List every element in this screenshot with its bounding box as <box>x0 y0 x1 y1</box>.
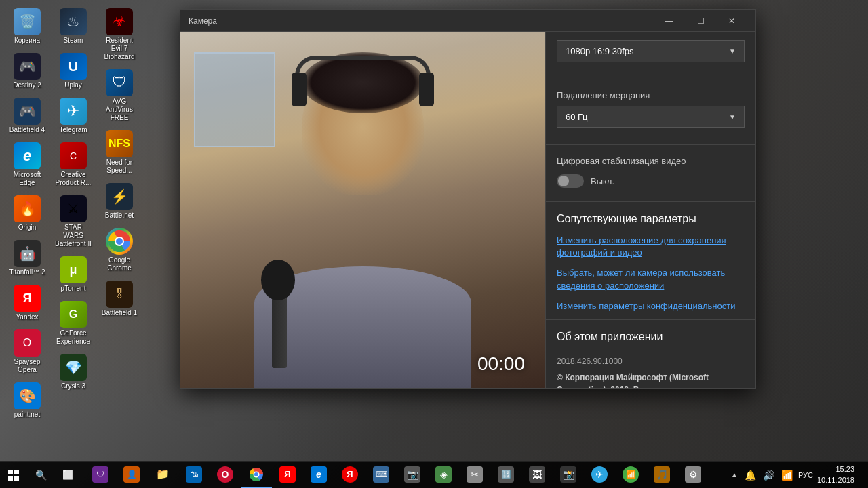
divider-1 <box>546 79 755 79</box>
taskbar-app-app5[interactable]: ◈ <box>428 462 459 489</box>
taskbar-app-opera[interactable]: O <box>210 462 241 489</box>
origin-label: Origin <box>18 224 37 232</box>
uplay-icon: U <box>60 53 87 80</box>
battlenet-icon: ⚡ <box>106 183 133 210</box>
tray-expand-button[interactable]: ▲ <box>730 470 739 480</box>
desktop-icon-resident[interactable]: ☣ Resident Evil 7 Biohazard <box>98 5 141 64</box>
taskbar-app-settings[interactable]: ⚙ <box>677 462 709 489</box>
geforce-icon: G <box>60 301 87 328</box>
desktop-icon-origin[interactable]: 🔥 Origin <box>5 192 49 235</box>
about-copyright: © Корпорация Майкрософт (Microsoft Corpo… <box>557 371 745 388</box>
stabilization-label: Цифровая стабилизация видео <box>557 156 745 166</box>
desktop-icon-edge[interactable]: e Microsoft Edge <box>5 140 49 190</box>
privacy-params-link[interactable]: Изменить параметры конфиденциальности <box>546 296 755 317</box>
desktop-icon-crysis[interactable]: 💎 Crysis 3 <box>52 351 95 393</box>
save-location-link[interactable]: Изменить расположение для сохранения фот… <box>546 230 755 263</box>
taskbar-app-yandex2[interactable]: Я <box>334 462 366 489</box>
taskbar-app-snip[interactable]: ✂ <box>459 462 490 489</box>
stabilization-toggle[interactable] <box>557 174 584 188</box>
desktop-icon-titanfall[interactable]: 🤖 Titanfall™ 2 <box>5 237 49 279</box>
resolution-section: 1080р 16:9 30fps ▼ <box>546 32 755 76</box>
taskbar-app-signal[interactable]: 📶 <box>615 462 646 489</box>
taskbar-app-chrome[interactable] <box>241 462 272 489</box>
desktop-icon-opera[interactable]: O Spaysep Opera <box>5 327 49 377</box>
network-icon[interactable]: 📶 <box>780 468 794 482</box>
divider-4 <box>546 319 755 320</box>
resolution-dropdown[interactable]: 1080р 16:9 30fps ▼ <box>557 40 745 62</box>
desktop-icon-recycle[interactable]: 🗑️ Корзина <box>5 5 49 47</box>
bf1-label: Battlefield 1 <box>102 309 137 317</box>
clock-display[interactable]: 15:23 10.11.2018 <box>817 464 854 485</box>
taskbar-app-camera2[interactable]: 📸 <box>553 462 584 489</box>
related-params-title: Сопутствующие параметры <box>546 205 755 230</box>
taskbar-app-telegram[interactable]: ✈ <box>584 462 615 489</box>
clock-time: 15:23 <box>817 464 854 474</box>
taskbar-app-music[interactable]: 🎵 <box>646 462 677 489</box>
photos-taskbar-icon: 🖼 <box>529 466 545 483</box>
desktop-icon-uplay[interactable]: U Uplay <box>52 50 95 92</box>
desktop-icon-chrome[interactable]: Google Chrome <box>98 225 141 275</box>
camera-window: Камера — ☐ ✕ <box>180 9 756 389</box>
flicker-label: Подавление мерцания <box>557 90 745 100</box>
taskbar-app-edge[interactable]: e <box>303 462 334 489</box>
taskbar-app-calc[interactable]: 🔢 <box>490 462 521 489</box>
resolution-dropdown-arrow: ▼ <box>729 47 736 55</box>
language-indicator[interactable]: РУС <box>798 471 813 479</box>
taskbar-app-antivirus[interactable]: 🛡 <box>85 462 116 489</box>
desktop-icon-battlenet[interactable]: ⚡ Battle.net <box>98 180 141 222</box>
maximize-button[interactable]: ☐ <box>685 10 716 32</box>
geforce-label: GeForce Experience <box>54 329 92 346</box>
taskbar-app-store[interactable]: 🛍 <box>178 462 210 489</box>
opera-icon: O <box>14 329 41 357</box>
opera-label: Spaysep Opera <box>8 358 46 374</box>
bf4-icon: 🎮 <box>14 98 41 125</box>
svg-rect-3 <box>8 470 13 474</box>
flicker-dropdown[interactable]: 60 Гц ▼ <box>557 106 745 128</box>
taskbar-app-explorer[interactable]: 📁 <box>147 462 178 489</box>
desktop-icon-utorrent[interactable]: μ µTorrent <box>52 253 95 296</box>
location-access-link[interactable]: Выбрать, может ли камера использовать св… <box>546 263 755 296</box>
desktop-icon-geforce[interactable]: G GeForce Experience <box>52 298 95 348</box>
app5-taskbar-icon: ◈ <box>435 466 452 483</box>
desktop-icon-steam[interactable]: ♨ Steam <box>52 5 95 47</box>
titanfall-icon: 🤖 <box>14 240 41 267</box>
desktop-icon-starwars[interactable]: ⚔ STAR WARS Battlefront II <box>52 192 95 251</box>
taskbar-app-user[interactable]: 👤 <box>116 462 147 489</box>
close-button[interactable]: ✕ <box>716 10 747 32</box>
taskbar-app-photos[interactable]: 🖼 <box>521 462 553 489</box>
recycle-bin-icon: 🗑️ <box>14 8 41 35</box>
taskbar-app-keyboard[interactable]: ⌨ <box>366 462 397 489</box>
svg-rect-5 <box>8 476 13 481</box>
divider-3 <box>546 201 755 202</box>
taskbar-app-camera-tb[interactable]: 📷 <box>397 462 428 489</box>
desktop-icons-container: 🗑️ Корзина 🎮 Destiny 2 🎮 Battlefield 4 e… <box>5 5 141 453</box>
video-feed: 00:00 <box>180 32 545 388</box>
store-taskbar-icon: 🛍 <box>186 466 202 483</box>
desktop-icon-bf1[interactable]: 🎖 Battlefield 1 <box>98 278 141 320</box>
notification-icon[interactable]: 🔔 <box>743 468 757 482</box>
desktop-icon-avg[interactable]: 🛡 AVG AntiVirus FREE <box>98 66 141 125</box>
desktop-icon-creative[interactable]: C Creative Product R... <box>52 140 95 190</box>
taskbar-app-yandex[interactable]: Я <box>272 462 303 489</box>
show-desktop-button[interactable] <box>859 464 863 486</box>
desktop-icon-yandex[interactable]: Я Yandex <box>5 282 49 324</box>
desktop-icon-nfs[interactable]: NFS Need for Speed... <box>98 127 141 178</box>
creative-icon: C <box>60 142 87 169</box>
window-titlebar: Камера — ☐ ✕ <box>180 10 755 32</box>
desktop-icon-bf4[interactable]: 🎮 Battlefield 4 <box>5 95 49 137</box>
edge-icon: e <box>14 142 41 169</box>
search-button[interactable]: 🔍 <box>27 462 54 489</box>
telegram-taskbar-icon: ✈ <box>591 466 608 483</box>
stabilization-toggle-row: Выкл. <box>557 171 745 190</box>
taskbar-divider-1 <box>83 467 83 483</box>
flicker-value: 60 Гц <box>566 112 588 122</box>
chrome-icon <box>106 228 133 255</box>
start-button[interactable] <box>0 462 27 489</box>
snip-taskbar-icon: ✂ <box>467 466 483 483</box>
volume-icon[interactable]: 🔊 <box>762 468 776 482</box>
desktop-icon-telegram[interactable]: ✈ Telegram <box>52 95 95 137</box>
minimize-button[interactable]: — <box>654 10 685 32</box>
desktop-icon-destiny2[interactable]: 🎮 Destiny 2 <box>5 50 49 92</box>
desktop-icon-paint[interactable]: 🎨 paint.net <box>5 380 49 422</box>
task-view-button[interactable]: ⬜ <box>54 462 81 489</box>
